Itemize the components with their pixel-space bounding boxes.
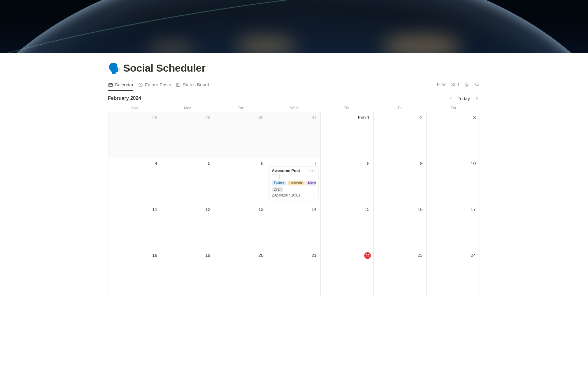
sort-button[interactable]: Sort: [451, 82, 459, 87]
calendar-cell[interactable]: 23: [374, 250, 427, 296]
date-number: Feb 1: [358, 115, 370, 120]
prev-month-button[interactable]: [447, 96, 454, 101]
date-number: 8: [367, 161, 370, 166]
calendar-cell[interactable]: 5: [161, 158, 214, 204]
calendar-cell[interactable]: 17: [427, 204, 480, 250]
search-icon[interactable]: [474, 81, 480, 88]
calendar-cell[interactable]: 3: [427, 112, 480, 158]
event-time: 10:01: [308, 169, 316, 173]
day-of-week: Thu: [321, 104, 374, 112]
tab-label: Calendar: [115, 82, 134, 87]
day-of-week: Sat: [427, 104, 480, 112]
date-number: 2: [420, 115, 423, 120]
tab-future-posts[interactable]: Future Posts: [138, 80, 171, 91]
date-number: 3: [473, 115, 476, 120]
svg-rect-0: [109, 83, 112, 87]
tag-twitter: Twitter: [272, 181, 286, 185]
automations-icon[interactable]: [464, 81, 470, 88]
calendar-cell[interactable]: 21: [267, 250, 320, 296]
date-number: 23: [418, 253, 423, 258]
tag-mastodon: Mastod: [306, 181, 316, 185]
calendar-cell[interactable]: 12: [161, 204, 214, 250]
svg-rect-5: [176, 83, 180, 86]
svg-point-9: [475, 83, 478, 85]
today-button[interactable]: Today: [458, 96, 470, 101]
date-number: 6: [261, 161, 263, 166]
calendar-cell[interactable]: 10: [427, 158, 480, 204]
tab-label: Status Board: [183, 82, 209, 87]
calendar-cell[interactable]: 4: [108, 158, 161, 204]
calendar-cell[interactable]: 6: [214, 158, 267, 204]
calendar-cell[interactable]: 14: [267, 204, 320, 250]
date-number: 29: [205, 115, 210, 120]
date-number: 11: [152, 207, 157, 212]
svg-marker-8: [465, 82, 469, 86]
next-month-button[interactable]: [474, 96, 480, 101]
date-number: 9: [420, 161, 423, 166]
date-number: 16: [418, 207, 423, 212]
date-number: 21: [311, 253, 317, 258]
date-number-today: 22: [364, 252, 371, 259]
date-number: 10: [471, 161, 476, 166]
calendar-cell[interactable]: 24: [427, 250, 480, 296]
event-tags: TwitterLinkedInMastod: [272, 181, 316, 185]
day-of-week: Sun: [108, 104, 161, 112]
calendar-cell[interactable]: 16: [374, 204, 427, 250]
calendar-cell[interactable]: 13: [214, 204, 267, 250]
calendar-cell[interactable]: 18: [108, 250, 161, 296]
date-number: 4: [155, 161, 157, 166]
svg-line-10: [478, 85, 479, 86]
date-number: 5: [208, 161, 210, 166]
calendar-cell[interactable]: 8: [321, 158, 374, 204]
date-number: 17: [471, 207, 476, 212]
calendar-cell[interactable]: Feb 1: [321, 112, 374, 158]
day-of-week: Tue: [214, 104, 268, 112]
tab-label: Future Posts: [145, 82, 171, 87]
calendar-cell[interactable]: 15: [321, 204, 374, 250]
date-number: 19: [205, 253, 210, 258]
month-title: February 2024: [108, 95, 141, 101]
view-bar: CalendarFuture PostsStatus Board Filter …: [108, 80, 480, 91]
tab-calendar[interactable]: Calendar: [108, 80, 134, 91]
calendar-cell[interactable]: 7Awesome Post10:01TwitterLinkedInMastodD…: [267, 158, 320, 204]
date-number: 15: [364, 207, 370, 212]
calendar-cell[interactable]: 31: [267, 112, 320, 158]
event-title: Awesome Post: [272, 168, 300, 173]
cover-image: [0, 0, 588, 53]
calendar-grid: 28293031Feb 1234567Awesome Post10:01Twit…: [108, 112, 480, 296]
date-number: 18: [152, 253, 157, 258]
day-of-week: Fri: [374, 104, 427, 112]
day-of-week: Wed: [267, 104, 321, 112]
calendar-cell[interactable]: 29: [161, 112, 214, 158]
calendar-cell[interactable]: 30: [214, 112, 267, 158]
day-of-week-row: SunMonTueWedThuFriSat: [108, 103, 480, 112]
calendar-cell[interactable]: 9: [374, 158, 427, 204]
date-number: 13: [258, 207, 264, 212]
date-number: 24: [471, 253, 476, 258]
event-card[interactable]: Awesome Post10:01TwitterLinkedInMastodDr…: [269, 166, 318, 200]
calendar-cell[interactable]: 2: [374, 112, 427, 158]
date-number: 30: [258, 115, 264, 120]
tab-status-board[interactable]: Status Board: [176, 80, 209, 91]
status-badge: Draft: [272, 187, 283, 192]
calendar-cell[interactable]: 22: [321, 250, 374, 296]
page-title[interactable]: Social Scheduler: [123, 62, 206, 74]
filter-button[interactable]: Filter: [437, 82, 447, 87]
tag-linkedin: LinkedIn: [288, 181, 305, 185]
event-datetime: 2024/02/07 10:01: [272, 193, 316, 197]
date-number: 12: [205, 207, 210, 212]
date-number: 14: [311, 207, 317, 212]
calendar-cell[interactable]: 28: [108, 112, 161, 158]
calendar-cell[interactable]: 19: [161, 250, 214, 296]
date-number: 28: [152, 115, 157, 120]
date-number: 20: [258, 253, 264, 258]
event-thumbnail: [272, 174, 280, 179]
day-of-week: Mon: [161, 104, 214, 112]
calendar-cell[interactable]: 11: [108, 204, 161, 250]
date-number: 7: [314, 161, 316, 166]
calendar-cell[interactable]: 20: [214, 250, 267, 296]
page-icon[interactable]: 🗣️: [108, 63, 121, 73]
date-number: 31: [311, 115, 317, 120]
